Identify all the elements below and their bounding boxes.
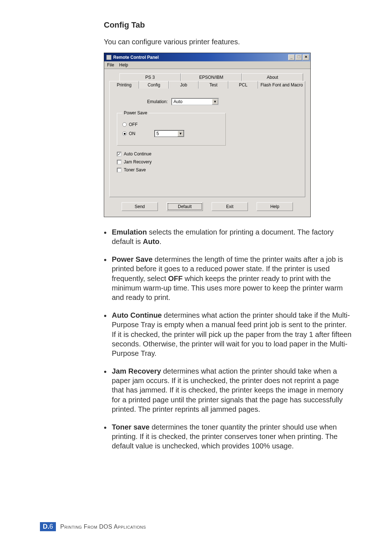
chevron-down-icon[interactable]: ▼ [212, 99, 218, 105]
remote-control-panel-dialog: Remote Control Panel _ ❐ ✕ File Help PS … [104, 53, 311, 217]
menu-file[interactable]: File [107, 62, 114, 68]
toner-save-label: Toner Save [124, 167, 146, 172]
footer-caption: Printing From DOS Applications [60, 524, 146, 530]
help-button[interactable]: Help [257, 202, 293, 211]
section-heading: Config Tab [104, 20, 352, 30]
note-emulation: Emulation selects the emulation for prin… [104, 227, 352, 247]
note-jam-recovery: Jam Recovery determines what action the … [104, 366, 352, 414]
menubar: File Help [104, 61, 310, 69]
window-title: Remote Control Panel [113, 55, 288, 60]
tab-about[interactable]: About [242, 73, 303, 81]
intro-text: You can configure various printer featur… [104, 38, 352, 46]
tab-job[interactable]: Job [169, 81, 199, 89]
default-button[interactable]: Default [167, 202, 203, 211]
page-footer: D.6 Printing From DOS Applications [40, 522, 146, 531]
tab-ps3[interactable]: PS 3 [119, 73, 181, 81]
titlebar: Remote Control Panel _ ❐ ✕ [104, 53, 310, 61]
tab-config[interactable]: Config [139, 81, 169, 89]
jam-recovery-checkbox[interactable] [117, 160, 122, 164]
jam-recovery-label: Jam Recovery [124, 159, 152, 164]
tab-pcl[interactable]: PCL [228, 81, 258, 89]
config-panel: Emulation: Auto ▼ Power Save OFF [109, 88, 305, 197]
power-save-time-value: 5 [155, 131, 177, 136]
menu-help[interactable]: Help [119, 62, 128, 68]
exit-button[interactable]: Exit [212, 202, 248, 211]
auto-continue-checkbox[interactable]: ✓ [117, 152, 122, 156]
note-auto-continue: Auto Continue determines what action the… [104, 310, 352, 358]
tab-epson-ibm[interactable]: EPSON/IBM [181, 73, 242, 81]
emulation-dropdown[interactable]: Auto ▼ [171, 98, 219, 105]
power-save-on-radio[interactable] [122, 131, 127, 136]
power-save-group: Power Save OFF ON 5 ▼ [117, 110, 226, 146]
power-save-off-label: OFF [129, 122, 138, 127]
footer-badge: D.6 [40, 522, 56, 531]
note-toner-save: Toner save determines the toner quantity… [104, 422, 352, 451]
maximize-button: ❐ [295, 54, 302, 60]
tab-printing[interactable]: Printing [109, 81, 139, 89]
auto-continue-label: Auto Continue [124, 151, 151, 156]
tab-flash-font-macro[interactable]: Flash Font and Macro [258, 81, 305, 89]
emulation-value: Auto [172, 99, 212, 104]
feature-notes: Emulation selects the emulation for prin… [104, 227, 352, 451]
power-save-on-label: ON [129, 131, 135, 136]
chevron-down-icon[interactable]: ▼ [177, 131, 184, 137]
note-power-save: Power Save determines the length of time… [104, 255, 352, 302]
toner-save-checkbox[interactable] [117, 168, 122, 172]
tab-test[interactable]: Test [199, 81, 228, 89]
power-save-legend: Power Save [122, 110, 149, 115]
emulation-label: Emulation: [117, 99, 171, 104]
send-button[interactable]: Send [122, 202, 158, 211]
minimize-button[interactable]: _ [288, 54, 295, 60]
app-icon [106, 55, 111, 60]
power-save-time-dropdown[interactable]: 5 ▼ [154, 130, 184, 137]
power-save-off-radio[interactable] [122, 122, 127, 127]
close-button[interactable]: ✕ [303, 54, 309, 60]
